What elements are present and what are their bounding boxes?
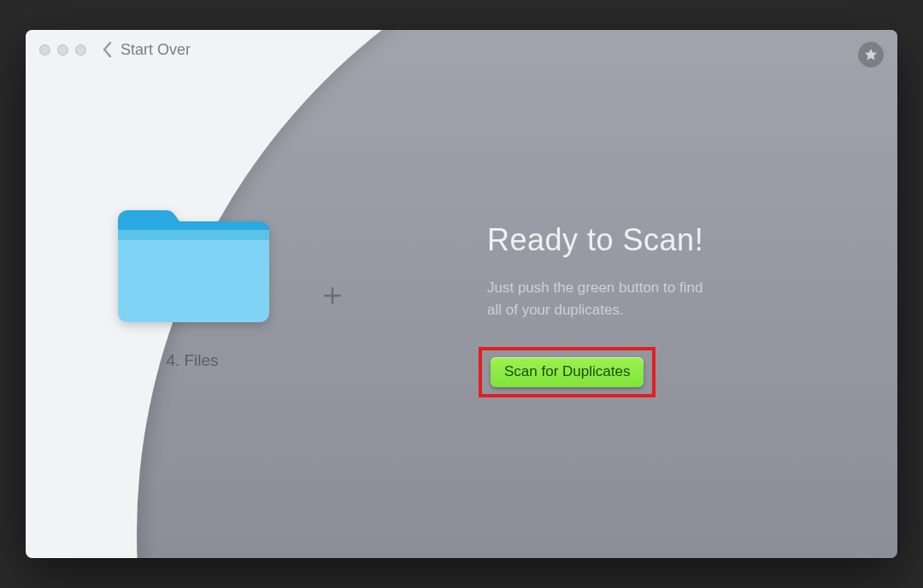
selected-folder-label: 4. Files bbox=[103, 351, 282, 370]
favorite-button[interactable] bbox=[858, 42, 884, 68]
selected-folder[interactable]: 4. Files bbox=[103, 201, 282, 370]
scan-for-duplicates-button[interactable]: Scan for Duplicates bbox=[491, 357, 644, 387]
subtext-line-1: Just push the green button to find bbox=[487, 279, 703, 296]
window-controls bbox=[39, 44, 86, 56]
scan-prompt-panel: Ready to Scan! Just push the green butto… bbox=[487, 222, 703, 322]
svg-rect-0 bbox=[118, 230, 269, 322]
app-window: Start Over 4. Files ＋ Ready to Scan! Jus… bbox=[26, 30, 897, 558]
headline-text: Ready to Scan! bbox=[487, 222, 703, 258]
titlebar: Start Over bbox=[26, 30, 897, 69]
scan-button-highlight: Scan for Duplicates bbox=[479, 347, 656, 397]
subtext: Just push the green button to find all o… bbox=[487, 277, 703, 322]
chevron-left-icon[interactable] bbox=[102, 41, 114, 58]
subtext-line-2: all of your duplicates. bbox=[487, 302, 624, 318]
folder-icon bbox=[111, 201, 273, 332]
add-folder-button[interactable]: ＋ bbox=[316, 278, 349, 310]
back-button-label[interactable]: Start Over bbox=[121, 41, 191, 59]
plus-icon: ＋ bbox=[316, 276, 349, 312]
window-close-button[interactable] bbox=[39, 44, 50, 56]
star-icon bbox=[863, 47, 879, 62]
window-minimize-button[interactable] bbox=[57, 44, 68, 56]
svg-rect-1 bbox=[118, 230, 269, 240]
window-zoom-button[interactable] bbox=[75, 44, 86, 56]
